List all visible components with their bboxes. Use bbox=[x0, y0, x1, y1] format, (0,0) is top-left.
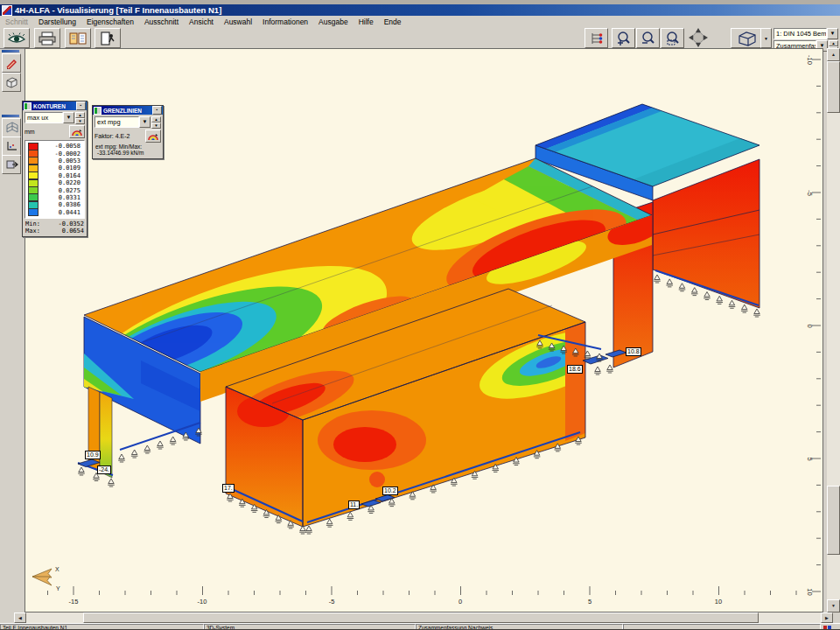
panel-menu-button[interactable]: ▪ bbox=[76, 102, 86, 110]
rainbow-icon bbox=[148, 132, 158, 141]
zoom-window-button[interactable] bbox=[661, 28, 684, 48]
vertical-scroll-block[interactable] bbox=[827, 486, 840, 555]
min-value: -0.0352 bbox=[58, 220, 84, 228]
axis-indicator: X Y bbox=[32, 566, 60, 592]
spinner-up-icon[interactable]: ▲ bbox=[829, 40, 838, 46]
menu-auswahl[interactable]: Auswahl bbox=[219, 17, 257, 27]
reaction-label: 18.6 bbox=[567, 365, 583, 374]
mesh-grid-icon bbox=[5, 122, 18, 134]
spinner-up-icon[interactable]: ▲ bbox=[75, 112, 85, 118]
ruler-label: 10 bbox=[806, 584, 814, 601]
vertical-scroll-thumb[interactable] bbox=[827, 61, 840, 113]
report-button[interactable] bbox=[65, 28, 91, 48]
legend-value: 0.0331 bbox=[38, 194, 83, 201]
max-value: 0.0654 bbox=[62, 228, 84, 234]
menu-darstellung[interactable]: Darstellung bbox=[33, 17, 81, 27]
zoom-out-icon bbox=[640, 31, 656, 46]
grenzlinien-titlebar[interactable]: GRENZLINIEN ▪ bbox=[93, 106, 163, 115]
reaction-label: 10.8 bbox=[626, 347, 641, 356]
ruler-label: 0 bbox=[451, 598, 470, 606]
spinner-down-icon[interactable]: ▼ bbox=[75, 118, 85, 124]
konturen-titlebar[interactable]: KONTUREN ▪ bbox=[23, 102, 87, 110]
view-cube-dropdown[interactable]: ▼ bbox=[760, 28, 772, 48]
grenzlinien-combo-value: ext mpg bbox=[94, 116, 139, 128]
ruler-label: 10 bbox=[709, 598, 728, 606]
chevron-down-icon[interactable]: ▼ bbox=[139, 116, 150, 128]
ruler-label: 0 bbox=[806, 318, 814, 335]
cube-icon bbox=[735, 31, 758, 46]
axes-icon bbox=[5, 140, 18, 152]
menu-ende[interactable]: Ende bbox=[379, 17, 407, 27]
faktor-label: Faktor: 4.E-2 bbox=[94, 133, 144, 139]
menu-schnitt: Schnitt bbox=[0, 17, 33, 27]
exit-door-icon bbox=[99, 32, 116, 46]
legend-chip bbox=[28, 208, 38, 216]
menu-bar: Schnitt Darstellung Eigenschaften Aussch… bbox=[0, 16, 840, 28]
grenzlinien-combobox[interactable]: ext mpg ▼ bbox=[94, 116, 150, 128]
menu-ausgabe[interactable]: Ausgabe bbox=[313, 17, 354, 27]
menu-eigenschaften[interactable]: Eigenschaften bbox=[81, 17, 139, 27]
scroll-left-button[interactable]: ◀ bbox=[14, 612, 26, 623]
legend-value: 0.0275 bbox=[38, 187, 83, 194]
section-button[interactable] bbox=[2, 155, 21, 174]
min-label: Min: bbox=[25, 220, 40, 228]
max-label: Max: bbox=[25, 228, 40, 234]
printer-icon bbox=[38, 32, 56, 46]
reaction-label: 17. bbox=[222, 484, 234, 493]
solid-view-button[interactable] bbox=[2, 73, 21, 92]
scroll-right-button[interactable]: ▶ bbox=[821, 612, 833, 623]
spinner-down-icon[interactable]: ▼ bbox=[151, 122, 161, 129]
design-code-combobox[interactable]: 1: DIN 1045 Bemessung ▼ bbox=[774, 28, 838, 39]
axes-button[interactable] bbox=[2, 136, 21, 156]
konturen-combobox[interactable]: max ux ▼ bbox=[24, 112, 74, 123]
chevron-down-icon[interactable]: ▼ bbox=[63, 112, 74, 123]
chevron-down-icon: ▼ bbox=[764, 36, 768, 41]
horizontal-scroll-thumb[interactable] bbox=[83, 612, 759, 623]
title-bar[interactable]: 4H-ALFA - Visualisierung [Teil F Innenau… bbox=[0, 4, 840, 16]
toolgroup-grip[interactable] bbox=[2, 50, 19, 52]
exit-button[interactable] bbox=[94, 28, 121, 48]
mesh-view-button[interactable] bbox=[2, 118, 21, 137]
view-cube-button[interactable] bbox=[731, 28, 762, 48]
app-icon bbox=[2, 5, 12, 16]
toolgroup-grip[interactable] bbox=[2, 115, 19, 117]
eye-icon bbox=[7, 32, 26, 46]
contour-legend: -0.0058 -0.0002 0.0053 0.0109 0.0164 0.0… bbox=[24, 140, 85, 219]
konturen-unit: mm bbox=[24, 129, 68, 135]
pencil-icon bbox=[5, 57, 18, 69]
box-3d-icon bbox=[5, 76, 18, 88]
window-title: 4H-ALFA - Visualisierung [Teil F Innenau… bbox=[15, 5, 221, 15]
grenzlinien-panel: GRENZLINIEN ▪ ext mpg ▼ ▲ ▼ Faktor: 4.E-… bbox=[92, 105, 164, 159]
menu-ansicht[interactable]: Ansicht bbox=[184, 17, 219, 27]
legend-value: 0.0109 bbox=[38, 164, 83, 172]
konturen-combo-value: max ux bbox=[24, 112, 63, 123]
grenzlinien-spinner[interactable]: ▲ ▼ bbox=[151, 116, 161, 128]
konturen-spinner[interactable]: ▲ ▼ bbox=[75, 112, 85, 123]
legend-value: 0.0164 bbox=[38, 172, 83, 179]
structure-tree-button[interactable] bbox=[584, 28, 608, 48]
reaction-label: -24. bbox=[97, 466, 111, 474]
edit-mode-button[interactable] bbox=[2, 53, 21, 73]
panel-icon bbox=[94, 107, 102, 115]
scroll-up-button[interactable]: ▲ bbox=[827, 48, 840, 61]
legend-value: -0.0058 bbox=[38, 143, 83, 150]
zoom-in-button[interactable] bbox=[612, 28, 635, 48]
scroll-down-button[interactable]: ▼ bbox=[827, 599, 840, 612]
menu-hilfe[interactable]: Hilfe bbox=[354, 17, 379, 27]
pan-control[interactable] bbox=[685, 28, 711, 47]
menu-ausschnitt[interactable]: Ausschnitt bbox=[139, 17, 184, 27]
grenzlinien-minmax-label: ext mpg: Min/Max: bbox=[93, 143, 163, 150]
recolor-button[interactable] bbox=[69, 125, 85, 138]
book-icon bbox=[69, 32, 87, 46]
menu-informationen[interactable]: Informationen bbox=[257, 17, 313, 27]
zoom-out-button[interactable] bbox=[636, 28, 660, 48]
chevron-down-icon[interactable]: ▼ bbox=[827, 28, 838, 39]
spinner-up-icon[interactable]: ▲ bbox=[151, 116, 161, 122]
view-button[interactable] bbox=[4, 28, 30, 48]
print-button[interactable] bbox=[34, 28, 60, 48]
panel-menu-button[interactable]: ▪ bbox=[152, 106, 162, 115]
toolbar: ▼ 1: DIN 1045 Bemessung ▼ Zusammenfassun… bbox=[0, 27, 840, 49]
pan-arrows-icon bbox=[685, 28, 711, 47]
recolor-button[interactable] bbox=[145, 130, 161, 143]
right-ruler-ticks bbox=[812, 60, 821, 592]
